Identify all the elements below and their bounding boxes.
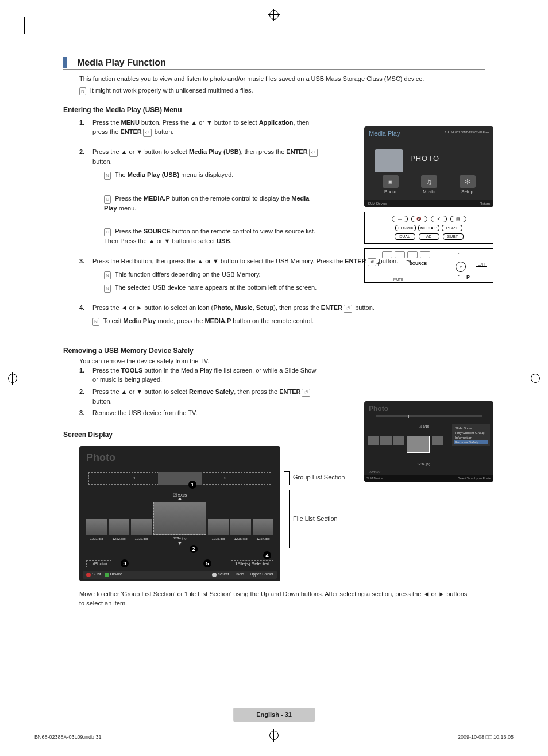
enter-icon: ⏎ bbox=[143, 129, 152, 137]
note-icon: N bbox=[104, 271, 111, 279]
remote-buttons-2: + ↘ SOURCE ˆ ˇ ↵ EXT P MUTE bbox=[364, 248, 493, 283]
crop-mark-bottom bbox=[269, 731, 279, 740]
music-tile: ♫Music bbox=[421, 175, 437, 194]
tv1-title: Media Play bbox=[369, 130, 400, 137]
doc-id: BN68-02388A-03L09.indb 31 bbox=[34, 734, 102, 740]
thumb-selected bbox=[407, 436, 430, 453]
sd-footer: SUM Device Select Tools Upper Folder bbox=[83, 571, 277, 579]
bracket-label: Group List Section bbox=[293, 474, 345, 481]
tv2-path: ../Photo/ bbox=[368, 470, 380, 474]
page-title-row: Media Play Function bbox=[63, 57, 485, 70]
callout-5: 5 bbox=[203, 559, 211, 567]
thumb: 1231.jpg bbox=[86, 519, 107, 535]
callout-3: 3 bbox=[121, 559, 129, 567]
tip-icon: O bbox=[104, 228, 111, 236]
tools-popup: Slide Show Play Current Group Informatio… bbox=[452, 424, 490, 446]
step-number: 3. bbox=[79, 408, 91, 418]
enter-icon: ⏎ bbox=[309, 149, 318, 157]
tv2-title: Photo bbox=[364, 401, 493, 416]
remote-buttons-1: — 🔇 ✔ ▤ TTX/MIX MEDIA.P P.SIZE DUAL AD S… bbox=[364, 212, 493, 244]
crop-mark-right bbox=[531, 374, 540, 383]
media-play-screenshot: Media Play SUM 851.86MB/993.02MB Free PH… bbox=[364, 126, 493, 207]
camera-icon bbox=[375, 149, 403, 172]
remove-safely-screenshot: Photo ☑ 5/15 1234.jpg Slide Show Play Cu… bbox=[364, 401, 493, 482]
dot-green-icon bbox=[105, 573, 109, 577]
tools-highlight: Remove Safely bbox=[454, 440, 488, 444]
page-number: English - 31 bbox=[233, 708, 315, 722]
remote-btn-mute-icon: 🔇 bbox=[411, 216, 427, 222]
photo-large-label: PHOTO bbox=[410, 154, 439, 163]
note-icon: N bbox=[92, 318, 99, 326]
sd-title: Photo bbox=[79, 446, 280, 470]
dpad-up-icon: ˆ bbox=[458, 252, 460, 258]
step-number: 2. bbox=[79, 147, 91, 157]
screen-display-illustration: Photo 12 ☑ 5/15 ▲ 1231.jpg 1232.jpg 1233… bbox=[79, 446, 280, 581]
remote-btn-subt: SUBT. bbox=[443, 233, 464, 240]
tip-icon: O bbox=[104, 195, 111, 204]
gear-icon: ✻ bbox=[460, 175, 476, 188]
section2-intro: You can remove the device safely from th… bbox=[79, 358, 485, 364]
volume-plus-icon: + bbox=[376, 259, 381, 268]
thumb: 1232.jpg bbox=[109, 519, 129, 535]
intro-note: N It might not work properly with unlice… bbox=[79, 86, 485, 95]
remote-btn-ad: AD bbox=[419, 233, 439, 240]
crop-mark-left bbox=[8, 374, 17, 383]
thumb bbox=[432, 436, 443, 445]
step-number: 1. bbox=[79, 118, 91, 128]
enter-icon: ⏎ bbox=[302, 389, 310, 397]
section-heading: Removing a USB Memory Device Safely bbox=[63, 347, 194, 355]
remote-btn-ttxmix: TTX/MIX bbox=[395, 225, 416, 231]
section-heading: Screen Display bbox=[63, 431, 113, 439]
dot-icon bbox=[212, 573, 217, 577]
source-label: SOURCE bbox=[410, 262, 427, 266]
crop-mark-top bbox=[269, 10, 279, 20]
tv2-groupbar bbox=[376, 415, 482, 417]
mute-label: MUTE bbox=[393, 278, 403, 281]
thumb: 1233.jpg bbox=[131, 519, 152, 535]
photo-icon: ▣ bbox=[383, 175, 399, 188]
ext-button: EXT bbox=[476, 262, 487, 267]
tv2-filename: 1234.jpg bbox=[417, 462, 430, 466]
dpad-enter-icon: ↵ bbox=[456, 262, 466, 272]
tv2-counter: ☑ 5/15 bbox=[419, 424, 429, 428]
step-text: Press the MENU button. Press the ▲ or ▼ … bbox=[92, 118, 322, 137]
thumb-selected: 1234.jpg bbox=[153, 502, 206, 535]
callout-1: 1 bbox=[188, 481, 196, 489]
setup-tile: ✻Setup bbox=[460, 175, 476, 194]
arrow-down-icon: ▼ bbox=[82, 540, 278, 546]
intro-note-text: It might not work properly with unlicens… bbox=[90, 87, 253, 94]
thumb: 1236.jpg bbox=[230, 519, 251, 535]
thumb: 1237.jpg bbox=[253, 519, 273, 535]
step-text: Remove the USB device from the TV. bbox=[92, 408, 322, 418]
note-icon: N bbox=[104, 285, 111, 293]
page-title: Media Play Function bbox=[77, 57, 166, 68]
step-text: Press the ◄ or ► button to select an ico… bbox=[92, 303, 449, 326]
note-icon: N bbox=[79, 87, 86, 95]
bracket-label: File List Section bbox=[293, 515, 338, 522]
thumb bbox=[393, 436, 404, 445]
selected-box: 1File(s) Selected bbox=[231, 560, 273, 567]
dot-red-icon bbox=[86, 573, 91, 577]
bracket bbox=[284, 490, 290, 548]
step-text: Press the ▲ or ▼ button to select Media … bbox=[92, 147, 322, 246]
bracket bbox=[284, 471, 290, 485]
group-list-bar: 12 bbox=[88, 472, 271, 485]
callout-4: 4 bbox=[263, 551, 271, 559]
remote-btn: ▤ bbox=[450, 216, 466, 222]
title-accent-bar bbox=[63, 57, 67, 68]
dpad-down-icon: ˇ bbox=[458, 274, 460, 280]
thumb: 1235.jpg bbox=[208, 519, 229, 535]
callout-2: 2 bbox=[190, 545, 198, 553]
step-text: Press the TOOLS button in the Media Play… bbox=[92, 366, 322, 385]
remote-btn-psize: P.SIZE bbox=[442, 225, 462, 231]
p-label: P bbox=[466, 274, 470, 280]
footer-paragraph: Move to either 'Group List Section' or '… bbox=[79, 589, 469, 608]
music-icon: ♫ bbox=[421, 175, 437, 188]
trim-line bbox=[24, 17, 25, 34]
remote-btn-check-icon: ✔ bbox=[431, 216, 447, 222]
doc-timestamp: 2009-10-08 □□ 10:16:05 bbox=[458, 734, 514, 740]
intro-text: This function enables you to view and li… bbox=[79, 74, 485, 84]
step-number: 1. bbox=[79, 366, 91, 375]
step-number: 4. bbox=[79, 303, 91, 313]
remote-btn-mediap: MEDIA.P bbox=[418, 225, 439, 231]
